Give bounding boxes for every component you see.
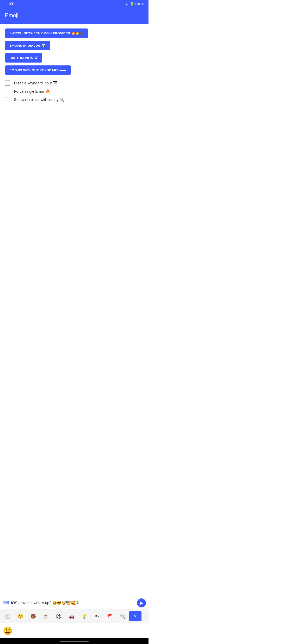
search-in-place-checkbox[interactable] [5,97,10,102]
battery-icon: 🔋 100 % [130,2,144,6]
app-bar: Emoji [0,8,148,24]
disable-keyboard-label: Disable keyboard input 🎹 [14,81,57,86]
force-single-emoji-checkbox[interactable] [5,89,10,94]
buttons-section: SWITCH BETWEEN EMOJI PROVIDER 🤩😂🐂 EMOJIS… [5,28,144,78]
search-in-place-label: Search in place with :query 🔍 [14,98,64,102]
status-icons: ▲ 🔋 100 % [125,2,144,6]
switch-provider-button[interactable]: SWITCH BETWEEN EMOJI PROVIDER 🤩😂🐂 [5,28,88,38]
checkbox-row-force-single: Force single Emoji 🔥 [5,89,144,94]
checkbox-row-search: Search in place with :query 🔍 [5,97,144,102]
force-single-emoji-label: Force single Emoji 🔥 [14,89,50,94]
status-bar: 11:00 ▲ 🔋 100 % [0,0,148,8]
emojis-keyboard-button[interactable]: EMOJIS WITHOUT KEYBOARD ▬▬ [5,66,71,75]
emojis-dialog-button[interactable]: EMOJIS IN DIALOG 💬 [5,41,50,50]
status-time: 11:00 [5,2,14,6]
main-content: SWITCH BETWEEN EMOJI PROVIDER 🤩😂🐂 EMOJIS… [0,24,148,110]
checkboxes-section: Disable keyboard input 🎹 Force single Em… [5,80,144,102]
checkbox-row-disable-keyboard: Disable keyboard input 🎹 [5,80,144,86]
custom-view-button[interactable]: CUSTOM VIEW 🖼 [5,53,42,62]
signal-icon: ▲ [125,2,128,6]
disable-keyboard-checkbox[interactable] [5,80,10,86]
page-title: Emoji [5,12,18,18]
